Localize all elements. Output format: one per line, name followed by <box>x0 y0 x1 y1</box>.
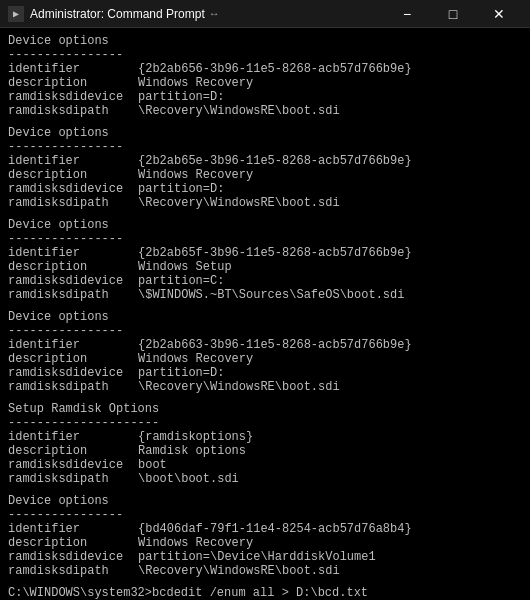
row-3-1: descriptionWindows Recovery <box>8 352 522 366</box>
label-1-3: ramdisksdipath <box>8 196 138 210</box>
section-5: Device options----------------identifier… <box>8 494 522 582</box>
row-3-2: ramdisksdidevicepartition=D: <box>8 366 522 380</box>
label-3-3: ramdisksdipath <box>8 380 138 394</box>
row-3-3: ramdisksdipath\Recovery\WindowsRE\boot.s… <box>8 380 522 394</box>
value-3-2: partition=D: <box>138 366 522 380</box>
section-1: Device options----------------identifier… <box>8 126 522 214</box>
window-controls: − □ ✕ <box>384 0 522 28</box>
value-5-3: \Recovery\WindowsRE\boot.sdi <box>138 564 522 578</box>
value-3-3: \Recovery\WindowsRE\boot.sdi <box>138 380 522 394</box>
value-3-0: {2b2ab663-3b96-11e5-8268-acb57d766b9e} <box>138 338 522 352</box>
row-5-2: ramdisksdidevicepartition=\Device\Harddi… <box>8 550 522 564</box>
section-0: Device options----------------identifier… <box>8 34 522 122</box>
cmd-icon-symbol: ▶ <box>13 8 19 20</box>
value-0-0: {2b2ab656-3b96-11e5-8268-acb57d766b9e} <box>138 62 522 76</box>
row-5-1: descriptionWindows Recovery <box>8 536 522 550</box>
value-2-3: \$WINDOWS.~BT\Sources\SafeOS\boot.sdi <box>138 288 522 302</box>
value-2-1: Windows Setup <box>138 260 522 274</box>
value-1-3: \Recovery\WindowsRE\boot.sdi <box>138 196 522 210</box>
row-3-0: identifier{2b2ab663-3b96-11e5-8268-acb57… <box>8 338 522 352</box>
label-2-3: ramdisksdipath <box>8 288 138 302</box>
section-2: Device options----------------identifier… <box>8 218 522 306</box>
section-4: Setup Ramdisk Options-------------------… <box>8 402 522 490</box>
label-4-3: ramdisksdipath <box>8 472 138 486</box>
label-5-1: description <box>8 536 138 550</box>
window-title: Administrator: Command Prompt <box>30 7 205 21</box>
section-divider-4: --------------------- <box>8 416 522 430</box>
label-0-1: description <box>8 76 138 90</box>
row-0-0: identifier{2b2ab656-3b96-11e5-8268-acb57… <box>8 62 522 76</box>
value-1-0: {2b2ab65e-3b96-11e5-8268-acb57d766b9e} <box>138 154 522 168</box>
label-5-0: identifier <box>8 522 138 536</box>
value-4-1: Ramdisk options <box>138 444 522 458</box>
row-1-2: ramdisksdidevicepartition=D: <box>8 182 522 196</box>
label-1-1: description <box>8 168 138 182</box>
label-4-2: ramdisksdidevice <box>8 458 138 472</box>
section-heading-5: Device options <box>8 494 522 508</box>
value-5-2: partition=\Device\HarddiskVolume1 <box>138 550 522 564</box>
label-4-1: description <box>8 444 138 458</box>
prompt-path-0: C:\WINDOWS\system32> <box>8 586 152 600</box>
label-3-0: identifier <box>8 338 138 352</box>
label-0-0: identifier <box>8 62 138 76</box>
section-divider-2: ---------------- <box>8 232 522 246</box>
maximize-button[interactable]: □ <box>430 0 476 28</box>
label-5-3: ramdisksdipath <box>8 564 138 578</box>
row-4-1: descriptionRamdisk options <box>8 444 522 458</box>
label-2-1: description <box>8 260 138 274</box>
value-3-1: Windows Recovery <box>138 352 522 366</box>
row-5-0: identifier{bd406daf-79f1-11e4-8254-acb57… <box>8 522 522 536</box>
label-4-0: identifier <box>8 430 138 444</box>
section-heading-2: Device options <box>8 218 522 232</box>
value-4-2: boot <box>138 458 522 472</box>
section-divider-5: ---------------- <box>8 508 522 522</box>
row-0-1: descriptionWindows Recovery <box>8 76 522 90</box>
value-1-1: Windows Recovery <box>138 168 522 182</box>
section-heading-0: Device options <box>8 34 522 48</box>
row-2-3: ramdisksdipath\$WINDOWS.~BT\Sources\Safe… <box>8 288 522 302</box>
row-1-0: identifier{2b2ab65e-3b96-11e5-8268-acb57… <box>8 154 522 168</box>
title-bar-left: ▶ Administrator: Command Prompt ↔ <box>8 6 217 22</box>
value-5-1: Windows Recovery <box>138 536 522 550</box>
label-1-0: identifier <box>8 154 138 168</box>
label-0-2: ramdisksdidevice <box>8 90 138 104</box>
section-3: Device options----------------identifier… <box>8 310 522 398</box>
row-4-0: identifier{ramdiskoptions} <box>8 430 522 444</box>
row-1-1: descriptionWindows Recovery <box>8 168 522 182</box>
section-divider-3: ---------------- <box>8 324 522 338</box>
label-3-1: description <box>8 352 138 366</box>
row-0-3: ramdisksdipath\Recovery\WindowsRE\boot.s… <box>8 104 522 118</box>
section-divider-0: ---------------- <box>8 48 522 62</box>
value-2-0: {2b2ab65f-3b96-11e5-8268-acb57d766b9e} <box>138 246 522 260</box>
row-2-1: descriptionWindows Setup <box>8 260 522 274</box>
value-0-1: Windows Recovery <box>138 76 522 90</box>
row-0-2: ramdisksdidevicepartition=D: <box>8 90 522 104</box>
terminal-content: Device options----------------identifier… <box>0 28 530 600</box>
row-1-3: ramdisksdipath\Recovery\WindowsRE\boot.s… <box>8 196 522 210</box>
prompt-line-0: C:\WINDOWS\system32>bcdedit /enum all > … <box>8 586 522 600</box>
section-heading-4: Setup Ramdisk Options <box>8 402 522 416</box>
value-2-2: partition=C: <box>138 274 522 288</box>
cmd-icon: ▶ <box>8 6 24 22</box>
section-heading-1: Device options <box>8 126 522 140</box>
resize-symbol: ↔ <box>211 8 218 20</box>
value-5-0: {bd406daf-79f1-11e4-8254-acb57d76a8b4} <box>138 522 522 536</box>
section-heading-3: Device options <box>8 310 522 324</box>
title-bar: ▶ Administrator: Command Prompt ↔ − □ ✕ <box>0 0 530 28</box>
label-3-2: ramdisksdidevice <box>8 366 138 380</box>
label-2-2: ramdisksdidevice <box>8 274 138 288</box>
row-2-0: identifier{2b2ab65f-3b96-11e5-8268-acb57… <box>8 246 522 260</box>
row-2-2: ramdisksdidevicepartition=C: <box>8 274 522 288</box>
row-5-3: ramdisksdipath\Recovery\WindowsRE\boot.s… <box>8 564 522 578</box>
value-0-2: partition=D: <box>138 90 522 104</box>
value-1-2: partition=D: <box>138 182 522 196</box>
label-5-2: ramdisksdidevice <box>8 550 138 564</box>
close-button[interactable]: ✕ <box>476 0 522 28</box>
section-divider-1: ---------------- <box>8 140 522 154</box>
label-2-0: identifier <box>8 246 138 260</box>
minimize-button[interactable]: − <box>384 0 430 28</box>
row-4-2: ramdisksdideviceboot <box>8 458 522 472</box>
label-1-2: ramdisksdidevice <box>8 182 138 196</box>
label-0-3: ramdisksdipath <box>8 104 138 118</box>
value-4-0: {ramdiskoptions} <box>138 430 522 444</box>
